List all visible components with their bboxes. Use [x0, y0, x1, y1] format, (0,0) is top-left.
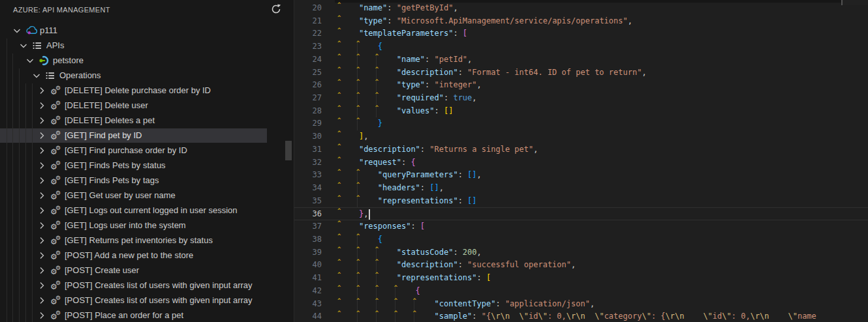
list-icon: [32, 40, 45, 51]
chevron-down-icon[interactable]: [18, 40, 29, 51]
chevron-right-icon[interactable]: [37, 295, 47, 306]
code-line[interactable]: 36^ },: [294, 208, 868, 221]
sidebar-scrollbar[interactable]: [285, 141, 292, 160]
code-line[interactable]: 28^^^ "values": []: [294, 105, 868, 118]
code-line[interactable]: 23^^ {: [294, 40, 868, 53]
api-icon: [39, 55, 52, 66]
gears-icon: ⚙⚙: [50, 252, 63, 263]
chevron-right-icon[interactable]: [37, 130, 47, 141]
line-number: 40: [294, 259, 322, 272]
tree-item-label: [POST] Creates list of users with given …: [65, 280, 253, 291]
line-number: 22: [294, 27, 322, 40]
tree-item[interactable]: APIs: [0, 38, 294, 53]
vscode-window: AZURE: API MANAGEMENT p111APIspetstoreOp…: [0, 0, 868, 322]
tree-item[interactable]: ⚙⚙[GET] Returns pet inventories by statu…: [0, 233, 294, 248]
gears-icon: ⚙⚙: [50, 237, 63, 248]
code-line[interactable]: 37^ "responses": [: [294, 220, 868, 233]
chevron-down-icon[interactable]: [31, 70, 42, 81]
code-line[interactable]: 44^^^^^ "sample": "{\r\n \"id\": 0,\r\n …: [294, 310, 868, 322]
line-number: 24: [294, 53, 322, 66]
chevron-right-icon[interactable]: [37, 100, 47, 111]
code-line[interactable]: 25^^^ "description": "Format - int64. ID…: [294, 66, 868, 80]
chevron-right-icon[interactable]: [37, 115, 47, 126]
tree-item-label: petstore: [53, 55, 84, 66]
tree-item[interactable]: ⚙⚙[GET] Get user by user name: [0, 188, 294, 203]
tree-indent-guide: [19, 68, 20, 322]
chevron-right-icon[interactable]: [37, 145, 47, 156]
code-line[interactable]: 22^ "templateParameters": [: [294, 27, 868, 40]
line-number: 30: [294, 130, 322, 143]
tree-item[interactable]: ⚙⚙[POST] Place an order for a pet: [0, 308, 294, 322]
code-line[interactable]: 30^ ],: [294, 130, 868, 143]
tree-item-selected[interactable]: ⚙⚙[GET] Find pet by ID: [0, 128, 267, 143]
chevron-right-icon[interactable]: [37, 235, 47, 246]
tree-item[interactable]: ⚙⚙[POST] Creates list of users with give…: [0, 278, 294, 293]
tree-item-label: [GET] Logs user into the system: [65, 220, 186, 231]
tree-item[interactable]: ⚙⚙[DELETE] Delete purchase order by ID: [0, 83, 294, 98]
line-number: 33: [294, 169, 322, 182]
tree-item[interactable]: ⚙⚙[DELETE] Delete user: [0, 98, 294, 113]
chevron-right-icon[interactable]: [37, 190, 47, 201]
tree-item-label: [DELETE] Deletes a pet: [65, 115, 155, 126]
chevron-right-icon[interactable]: [37, 280, 47, 291]
chevron-right-icon[interactable]: [37, 205, 47, 216]
code-line[interactable]: 33^^ "queryParameters": [],: [294, 169, 868, 182]
code-line[interactable]: 27^^^ "required": true,: [294, 92, 868, 105]
tree-item[interactable]: ⚙⚙[GET] Logs user into the system: [0, 218, 294, 233]
code-line[interactable]: 32^ "request": {: [294, 156, 868, 169]
line-number: 25: [294, 66, 322, 80]
tree-item[interactable]: ⚙⚙[POST] Add a new pet to the store: [0, 248, 294, 263]
code-line[interactable]: 41^^^ "representations": [: [294, 272, 868, 285]
chevron-right-icon[interactable]: [37, 265, 47, 276]
code-line[interactable]: 31^ "description": "Returns a single pet…: [294, 143, 868, 156]
code-line[interactable]: 29^^ }: [294, 117, 868, 130]
code-line[interactable]: 24^^^ "name": "petId",: [294, 53, 868, 66]
code-line[interactable]: 43^^^^^ "contentType": "application/json…: [294, 298, 868, 311]
chevron-right-icon[interactable]: [37, 220, 47, 231]
code-line[interactable]: 20^ "name": "getPetById",: [294, 2, 868, 15]
list-icon: [45, 70, 58, 81]
code-line[interactable]: 42^^^^ {: [294, 285, 868, 298]
tree-item[interactable]: ⚙⚙[POST] Creates list of users with give…: [0, 293, 294, 308]
tree-item-label: [DELETE] Delete user: [65, 100, 148, 111]
tree-item-label: p111: [40, 25, 57, 36]
chevron-right-icon[interactable]: [37, 175, 47, 186]
code-line[interactable]: 39^^^ "statusCode": 200,: [294, 246, 868, 259]
line-number: 36: [294, 208, 322, 221]
code-line[interactable]: 26^^^ "type": "integer",: [294, 79, 868, 92]
code-line[interactable]: 40^^^ "description": "successful operati…: [294, 259, 868, 272]
tree-item[interactable]: ⚙⚙[POST] Create user: [0, 263, 294, 278]
tree-item[interactable]: petstore: [0, 53, 294, 68]
gears-icon: ⚙⚙: [50, 312, 63, 322]
chevron-right-icon[interactable]: [37, 250, 47, 261]
code-line[interactable]: 21^ "type": "Microsoft.ApiManagement/ser…: [294, 15, 868, 28]
tree-item[interactable]: ⚙⚙[GET] Find purchase order by ID: [0, 143, 294, 158]
code-line[interactable]: 34^^ "headers": [],: [294, 182, 868, 195]
tree-indent-guide: [12, 53, 13, 322]
chevron-right-icon[interactable]: [37, 310, 47, 321]
line-number: 38: [294, 233, 322, 246]
tree-item[interactable]: p111: [0, 23, 294, 38]
line-number: 43: [294, 298, 322, 311]
chevron-down-icon[interactable]: [25, 55, 35, 66]
line-number: 42: [294, 285, 322, 298]
tree-item-label: [POST] Create user: [65, 265, 139, 276]
gears-icon: ⚙⚙: [50, 207, 63, 218]
tree-item[interactable]: ⚙⚙[GET] Finds Pets by tags: [0, 173, 294, 188]
chevron-right-icon[interactable]: [37, 160, 47, 171]
tree-item-label: [GET] Finds Pets by tags: [65, 175, 159, 186]
code-line[interactable]: 35^^ "representations": []: [294, 195, 868, 208]
tree-item-label: [POST] Creates list of users with given …: [65, 295, 253, 306]
line-number: 39: [294, 246, 322, 259]
tree-item-label: [POST] Place an order for a pet: [65, 310, 183, 321]
tree-item[interactable]: ⚙⚙[GET] Finds Pets by status: [0, 158, 294, 173]
tree-item[interactable]: ⚙⚙[DELETE] Deletes a pet: [0, 113, 294, 128]
chevron-down-icon[interactable]: [12, 25, 22, 36]
code-line[interactable]: 38^^ {: [294, 233, 868, 246]
line-number: 37: [294, 220, 322, 233]
tree-item[interactable]: ⚙⚙[GET] Logs out current logged in user …: [0, 203, 294, 218]
line-number: 44: [294, 310, 322, 322]
tree-item[interactable]: Operations: [0, 68, 294, 83]
tree-indent-guide: [32, 83, 33, 322]
chevron-right-icon[interactable]: [37, 85, 47, 96]
